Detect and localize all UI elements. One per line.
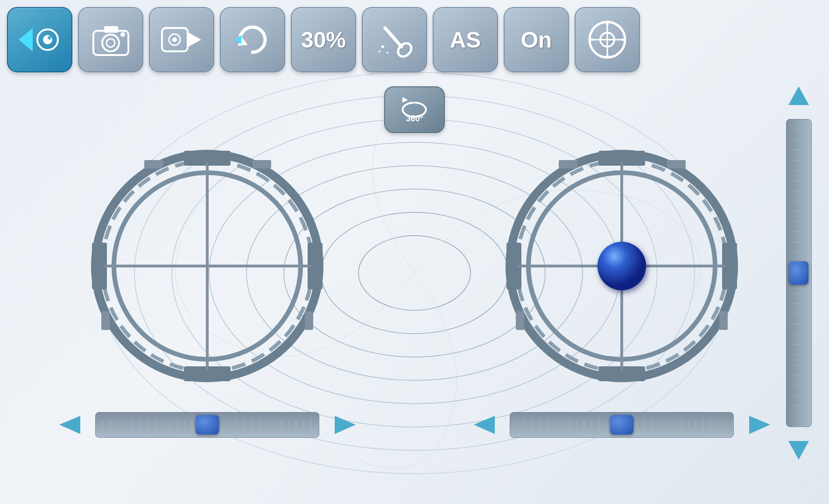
on-button[interactable]: On <box>504 7 569 72</box>
right-slider-row <box>468 408 776 441</box>
svg-point-25 <box>381 45 384 48</box>
svg-marker-57 <box>335 416 356 434</box>
right-slider-thumb[interactable] <box>610 415 633 434</box>
right-slider-left-arrow[interactable] <box>468 408 500 441</box>
left-slider-track[interactable] <box>95 412 319 438</box>
svg-rect-54 <box>305 311 313 330</box>
on-label: On <box>521 27 552 53</box>
vertical-slider-track[interactable] <box>786 119 812 427</box>
left-slider-thumb[interactable] <box>196 415 219 434</box>
camera-button[interactable] <box>78 7 143 72</box>
right-joystick-wrapper <box>468 142 776 441</box>
left-joystick-wrapper <box>53 142 361 441</box>
right-joystick[interactable] <box>498 142 745 390</box>
svg-marker-8 <box>19 28 33 51</box>
svg-marker-76 <box>474 416 495 434</box>
svg-point-16 <box>120 32 125 37</box>
right-slider-track[interactable] <box>510 412 734 438</box>
refresh-button[interactable] <box>220 7 285 72</box>
svg-marker-20 <box>189 33 201 47</box>
vertical-slider-down-arrow[interactable] <box>782 434 815 467</box>
settings-button[interactable] <box>575 7 640 72</box>
zoom-label: 30% <box>301 27 346 53</box>
svg-rect-15 <box>104 26 118 33</box>
svg-rect-71 <box>559 160 577 168</box>
left-slider-row <box>53 408 361 441</box>
toolbar: 30% AS On <box>7 7 822 72</box>
svg-marker-77 <box>749 416 770 434</box>
svg-point-26 <box>386 52 388 54</box>
clean-button[interactable] <box>362 7 427 72</box>
svg-rect-73 <box>516 311 524 330</box>
btn-360[interactable]: 360° <box>384 86 445 133</box>
vertical-slider-container <box>782 79 815 467</box>
svg-point-10 <box>43 35 52 44</box>
left-slider-right-arrow[interactable] <box>329 408 361 441</box>
zoom-button[interactable]: 30% <box>291 7 356 72</box>
svg-point-19 <box>172 37 177 42</box>
svg-point-11 <box>48 36 51 40</box>
eye-button[interactable] <box>7 7 72 72</box>
svg-point-75 <box>597 242 646 290</box>
video-button[interactable] <box>149 7 214 72</box>
svg-marker-79 <box>788 441 809 460</box>
svg-rect-52 <box>253 160 271 168</box>
left-joystick[interactable] <box>84 142 331 390</box>
svg-rect-53 <box>101 311 110 330</box>
as-button[interactable]: AS <box>433 7 498 72</box>
svg-rect-74 <box>719 311 728 330</box>
svg-text:360°: 360° <box>406 114 423 123</box>
svg-point-13 <box>102 35 119 51</box>
svg-marker-36 <box>402 97 408 103</box>
svg-point-27 <box>379 50 380 52</box>
svg-marker-56 <box>59 416 80 434</box>
svg-rect-51 <box>144 160 163 168</box>
vertical-slider-thumb[interactable] <box>789 261 808 285</box>
main-area <box>0 79 829 504</box>
svg-marker-78 <box>788 86 809 105</box>
svg-marker-22 <box>235 35 241 44</box>
left-slider-left-arrow[interactable] <box>53 408 86 441</box>
svg-rect-72 <box>667 160 686 168</box>
vertical-slider-up-arrow[interactable] <box>782 79 815 112</box>
svg-point-14 <box>106 39 115 47</box>
right-slider-right-arrow[interactable] <box>743 408 776 441</box>
as-label: AS <box>450 27 481 53</box>
svg-line-23 <box>385 28 401 47</box>
